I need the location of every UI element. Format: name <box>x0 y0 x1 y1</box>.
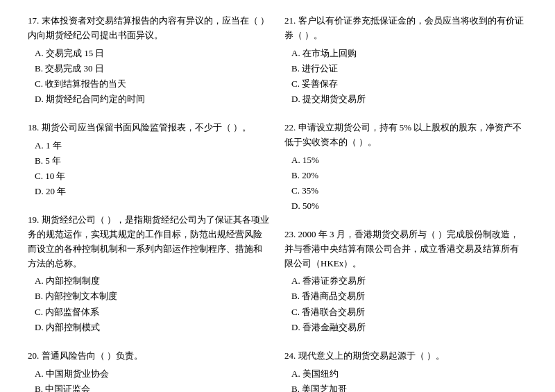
option-q18-2: C. 10 年 <box>35 169 271 184</box>
options-q23: A. 香港证券交易所B. 香港商品交易所C. 香港联合交易所D. 香港金融交易所 <box>284 273 527 334</box>
option-q17-2: C. 收到结算报告的当天 <box>35 76 271 92</box>
option-q23-1: B. 香港商品交易所 <box>291 289 527 304</box>
question-block-q21: 21. 客户以有价证券充抵保证金的，会员应当将收到的有价证券（ ）。A. 在市场… <box>284 14 527 107</box>
option-q24-0: A. 美国纽约 <box>291 366 527 382</box>
option-q20-1: B. 中国证监会 <box>35 382 271 392</box>
question-block-q23: 23. 2000 年 3 月，香港期货交易所与（ ）完成股份制改造，并与香港中央… <box>284 228 527 335</box>
question-title-q24: 24. 现代意义上的期货交易起源于（ ）。 <box>284 349 527 364</box>
option-q21-3: D. 提交期货交易所 <box>291 92 527 107</box>
option-q19-3: D. 内部控制模式 <box>35 320 271 335</box>
option-q19-0: A. 内部控制制度 <box>35 273 271 289</box>
option-q22-2: C. 35% <box>291 183 527 198</box>
right-column: 21. 客户以有价证券充抵保证金的，会员应当将收到的有价证券（ ）。A. 在市场… <box>284 14 527 392</box>
option-q21-2: C. 妥善保存 <box>291 76 527 92</box>
option-q17-3: D. 期货经纪合同约定的时间 <box>35 92 271 107</box>
question-block-q17: 17. 末体投资者对交易结算报告的内容有异议的，应当在（ ）内向期货经纪公司提出… <box>28 14 271 107</box>
content-columns: 17. 末体投资者对交易结算报告的内容有异议的，应当在（ ）内向期货经纪公司提出… <box>28 14 527 392</box>
option-q19-2: C. 内部监督体系 <box>35 305 271 320</box>
question-title-q23: 23. 2000 年 3 月，香港期货交易所与（ ）完成股份制改造，并与香港中央… <box>284 228 527 271</box>
question-block-q19: 19. 期货经纪公司（ ），是指期货经纪公司为了保证其各项业务的规范运作，实现其… <box>28 213 271 335</box>
option-q22-3: D. 50% <box>291 198 527 214</box>
options-q21: A. 在市场上回购B. 进行公证C. 妥善保存D. 提交期货交易所 <box>284 46 527 107</box>
question-block-q22: 22. 申请设立期货公司，持有 5% 以上股权的股东，净资产不低于实收资本的（ … <box>284 121 527 214</box>
options-q22: A. 15%B. 20%C. 35%D. 50% <box>284 153 527 214</box>
option-q21-0: A. 在市场上回购 <box>291 46 527 61</box>
option-q21-1: B. 进行公证 <box>291 61 527 76</box>
option-q23-2: C. 香港联合交易所 <box>291 305 527 320</box>
option-q18-3: D. 20 年 <box>35 184 271 199</box>
option-q23-3: D. 香港金融交易所 <box>291 320 527 335</box>
options-q19: A. 内部控制制度B. 内部控制文本制度C. 内部监督体系D. 内部控制模式 <box>28 273 271 334</box>
question-title-q20: 20. 普通风险告向（ ）负责。 <box>28 349 271 364</box>
option-q20-0: A. 中国期货业协会 <box>35 366 271 382</box>
option-q17-0: A. 交易完成 15 日 <box>35 46 271 61</box>
options-q24: A. 美国纽约B. 美国芝加哥C. 英国伦敦D. 日本东京 <box>284 366 527 393</box>
question-title-q18: 18. 期货公司应当保留书面风险监管报表，不少于（ ）。 <box>28 121 271 135</box>
option-q17-1: B. 交易完成 30 日 <box>35 61 271 76</box>
question-title-q21: 21. 客户以有价证券充抵保证金的，会员应当将收到的有价证券（ ）。 <box>284 14 527 43</box>
question-title-q22: 22. 申请设立期货公司，持有 5% 以上股权的股东，净资产不低于实收资本的（ … <box>284 121 527 150</box>
option-q18-1: B. 5 年 <box>35 153 271 169</box>
left-column: 17. 末体投资者对交易结算报告的内容有异议的，应当在（ ）内向期货经纪公司提出… <box>28 14 271 392</box>
option-q22-0: A. 15% <box>291 153 527 168</box>
options-q20: A. 中国期货业协会B. 中国证监会C. 期货交易所D. 期货公司董事会 <box>28 366 271 393</box>
option-q18-0: A. 1 年 <box>35 138 271 153</box>
question-block-q18: 18. 期货公司应当保留书面风险监管报表，不少于（ ）。A. 1 年B. 5 年… <box>28 121 271 199</box>
question-title-q17: 17. 末体投资者对交易结算报告的内容有异议的，应当在（ ）内向期货经纪公司提出… <box>28 14 271 43</box>
question-title-q19: 19. 期货经纪公司（ ），是指期货经纪公司为了保证其各项业务的规范运作，实现其… <box>28 213 271 271</box>
option-q19-1: B. 内部控制文本制度 <box>35 289 271 304</box>
question-block-q24: 24. 现代意义上的期货交易起源于（ ）。A. 美国纽约B. 美国芝加哥C. 英… <box>284 349 527 392</box>
option-q22-1: B. 20% <box>291 168 527 183</box>
option-q24-1: B. 美国芝加哥 <box>291 382 527 392</box>
options-q17: A. 交易完成 15 日B. 交易完成 30 日C. 收到结算报告的当天D. 期… <box>28 46 271 107</box>
options-q18: A. 1 年B. 5 年C. 10 年D. 20 年 <box>28 138 271 199</box>
page-wrapper: 17. 末体投资者对交易结算报告的内容有异议的，应当在（ ）内向期货经纪公司提出… <box>28 14 527 392</box>
question-block-q20: 20. 普通风险告向（ ）负责。A. 中国期货业协会B. 中国证监会C. 期货交… <box>28 349 271 392</box>
option-q23-0: A. 香港证券交易所 <box>291 273 527 289</box>
